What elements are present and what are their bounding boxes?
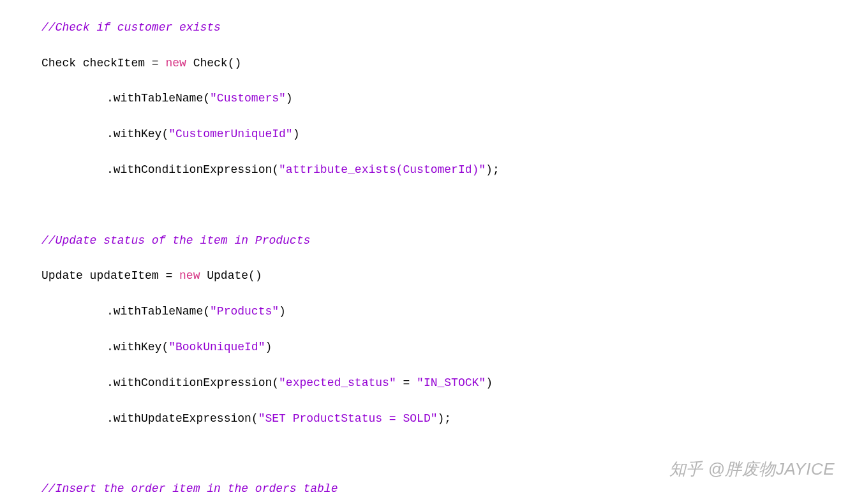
code-text: ); — [486, 163, 500, 176]
code-text: = — [396, 376, 417, 389]
code-text: ) — [286, 92, 293, 105]
code-comment: //Update status of the item in Products — [41, 234, 310, 247]
code-text: Update() — [200, 269, 262, 282]
code-listing: //Check if customer exists Check checkIt… — [0, 0, 841, 504]
code-text: .withTableName( — [107, 305, 210, 318]
code-text: .withConditionExpression( — [107, 163, 279, 176]
code-string: "SET ProductStatus = SOLD" — [258, 412, 438, 425]
code-text: .withUpdateExpression( — [107, 412, 258, 425]
code-string: "Customers" — [210, 92, 286, 105]
code-text: ) — [265, 341, 272, 353]
code-string: "expected_status" — [279, 376, 396, 389]
code-text: Update updateItem = — [41, 269, 179, 282]
code-string: "attribute_exists(CustomerId)" — [279, 163, 486, 176]
code-comment: //Insert the order item in the orders ta… — [41, 482, 338, 495]
code-text: ); — [438, 412, 452, 425]
code-string: "BookUniqueId" — [168, 341, 265, 353]
code-text: .withConditionExpression( — [107, 376, 279, 389]
code-text: Check() — [186, 57, 241, 70]
code-string: "CustomerUniqueId" — [168, 128, 292, 140]
code-keyword: new — [179, 269, 200, 282]
code-text: ) — [279, 305, 286, 318]
code-text: ) — [293, 128, 300, 140]
code-text: .withKey( — [107, 341, 168, 353]
code-comment: //Check if customer exists — [41, 21, 221, 34]
code-keyword: new — [165, 57, 186, 70]
code-string: "IN_STOCK" — [417, 376, 486, 389]
code-text: ) — [486, 376, 493, 389]
code-string: "Products" — [210, 305, 279, 318]
code-text: .withTableName( — [107, 92, 210, 105]
code-text: .withKey( — [107, 128, 168, 140]
code-text: Check checkItem = — [41, 57, 165, 70]
